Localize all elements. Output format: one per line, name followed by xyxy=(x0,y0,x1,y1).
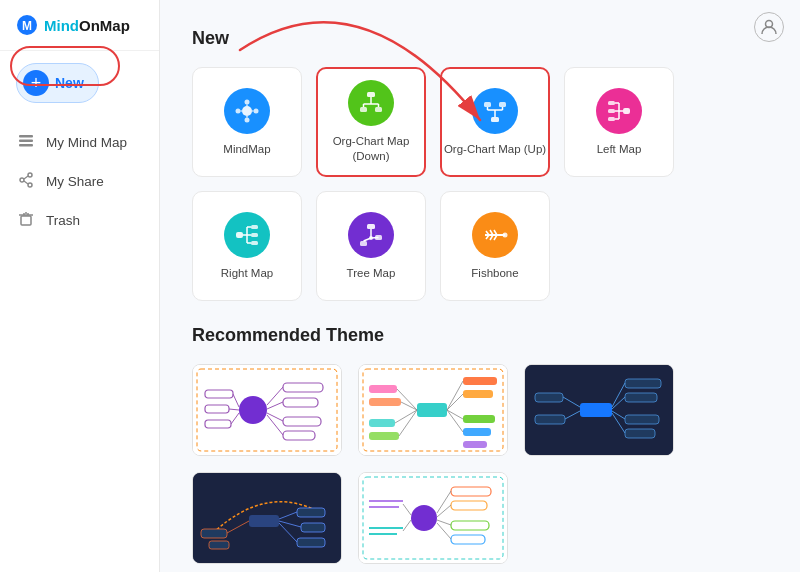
svg-line-9 xyxy=(24,181,28,184)
svg-rect-51 xyxy=(251,241,258,245)
sidebar-item-my-share[interactable]: My Share xyxy=(0,162,159,201)
theme-card-dark2[interactable] xyxy=(192,472,342,564)
sidebar-item-label-mind-map: My Mind Map xyxy=(46,135,127,150)
svg-rect-4 xyxy=(19,144,33,147)
new-section-title: New xyxy=(192,28,768,49)
tree-map-icon xyxy=(348,212,394,258)
svg-rect-113 xyxy=(625,415,659,424)
sidebar-nav: My Mind Map My Share Trash xyxy=(0,115,159,248)
svg-rect-93 xyxy=(463,390,493,398)
svg-rect-91 xyxy=(417,403,447,417)
map-card-mindmap[interactable]: MindMap xyxy=(192,67,302,177)
svg-rect-99 xyxy=(369,419,395,427)
share-icon xyxy=(16,172,36,191)
svg-rect-26 xyxy=(360,107,367,112)
sidebar-item-label-share: My Share xyxy=(46,174,104,189)
svg-rect-57 xyxy=(367,224,375,229)
mindmap-label: MindMap xyxy=(223,142,270,157)
mindmap-icon xyxy=(224,88,270,134)
svg-rect-58 xyxy=(360,241,367,246)
org-chart-down-icon xyxy=(348,80,394,126)
theme-card-dark[interactable] xyxy=(524,364,674,456)
left-map-icon xyxy=(596,88,642,134)
theme-card-purple[interactable] xyxy=(192,364,342,456)
svg-rect-97 xyxy=(369,385,397,393)
svg-rect-95 xyxy=(463,428,491,436)
theme-grid xyxy=(192,364,768,564)
org-chart-up-icon xyxy=(472,88,518,134)
right-map-icon xyxy=(224,212,270,258)
svg-rect-125 xyxy=(201,529,227,538)
svg-rect-96 xyxy=(463,441,487,448)
svg-point-5 xyxy=(28,173,32,177)
map-card-org-chart-down[interactable]: Org-Chart Map(Down) xyxy=(316,67,426,177)
svg-rect-127 xyxy=(297,508,325,517)
svg-point-20 xyxy=(254,108,259,113)
svg-rect-34 xyxy=(499,102,506,107)
org-chart-down-svg xyxy=(357,89,385,117)
logo-text: MindOnMap xyxy=(44,17,130,34)
right-map-label: Right Map xyxy=(221,266,273,281)
org-chart-down-label: Org-Chart Map(Down) xyxy=(333,134,410,164)
svg-line-8 xyxy=(24,176,28,179)
trash-icon xyxy=(16,211,36,230)
map-card-tree-map[interactable]: Tree Map xyxy=(316,191,426,301)
svg-rect-3 xyxy=(19,140,33,143)
svg-point-136 xyxy=(411,505,437,531)
svg-point-74 xyxy=(239,396,267,424)
map-card-fishbone[interactable]: Fishbone xyxy=(440,191,550,301)
svg-rect-116 xyxy=(535,415,565,424)
svg-point-19 xyxy=(236,108,241,113)
org-chart-up-svg xyxy=(481,97,509,125)
svg-rect-114 xyxy=(625,429,655,438)
svg-rect-126 xyxy=(209,541,229,549)
theme-dark-preview xyxy=(525,365,673,455)
svg-rect-115 xyxy=(535,393,563,402)
theme-dark2-preview xyxy=(193,473,341,563)
maps-grid: MindMap Org-Chart Map(Down) xyxy=(192,67,768,301)
svg-rect-129 xyxy=(297,538,325,547)
map-card-right-map[interactable]: Right Map xyxy=(192,191,302,301)
new-button-wrapper: + New xyxy=(0,51,159,115)
map-card-org-chart-up[interactable]: Org-Chart Map (Up) xyxy=(440,67,550,177)
theme-purple-preview xyxy=(193,365,341,455)
user-avatar[interactable] xyxy=(754,12,784,42)
svg-rect-25 xyxy=(367,92,375,97)
svg-rect-100 xyxy=(369,432,399,440)
svg-rect-124 xyxy=(249,515,279,527)
sidebar-item-trash[interactable]: Trash xyxy=(0,201,159,240)
svg-point-71 xyxy=(503,232,508,237)
svg-rect-112 xyxy=(625,393,657,402)
user-icon xyxy=(760,18,778,36)
recommended-theme-section: Recommended Theme xyxy=(192,325,768,564)
svg-rect-128 xyxy=(301,523,325,532)
theme-card-colorful[interactable] xyxy=(358,364,508,456)
svg-rect-50 xyxy=(251,233,258,237)
main-content: New MindMap xyxy=(160,0,800,572)
svg-rect-40 xyxy=(608,101,615,105)
svg-rect-49 xyxy=(251,225,258,229)
svg-point-63 xyxy=(369,236,373,240)
theme-card-colorful2[interactable] xyxy=(358,472,508,564)
tree-map-label: Tree Map xyxy=(347,266,396,281)
theme-colorful2-preview xyxy=(359,473,507,563)
svg-point-6 xyxy=(20,178,24,182)
tree-map-svg xyxy=(357,221,385,249)
sidebar-item-my-mind-map[interactable]: My Mind Map xyxy=(0,123,159,162)
svg-rect-41 xyxy=(608,109,615,113)
svg-rect-33 xyxy=(484,102,491,107)
svg-rect-98 xyxy=(369,398,401,406)
new-button[interactable]: + New xyxy=(16,63,99,103)
left-map-label: Left Map xyxy=(597,142,642,157)
svg-rect-94 xyxy=(463,415,495,423)
mindmap-svg xyxy=(233,97,261,125)
map-card-left-map[interactable]: Left Map xyxy=(564,67,674,177)
svg-rect-2 xyxy=(19,135,33,138)
svg-rect-39 xyxy=(623,108,630,114)
fishbone-label: Fishbone xyxy=(471,266,518,281)
sidebar-item-label-trash: Trash xyxy=(46,213,80,228)
org-chart-up-label: Org-Chart Map (Up) xyxy=(444,142,546,157)
left-map-svg xyxy=(605,97,633,125)
theme-colorful-preview xyxy=(359,365,507,455)
new-button-circle: + xyxy=(23,70,49,96)
